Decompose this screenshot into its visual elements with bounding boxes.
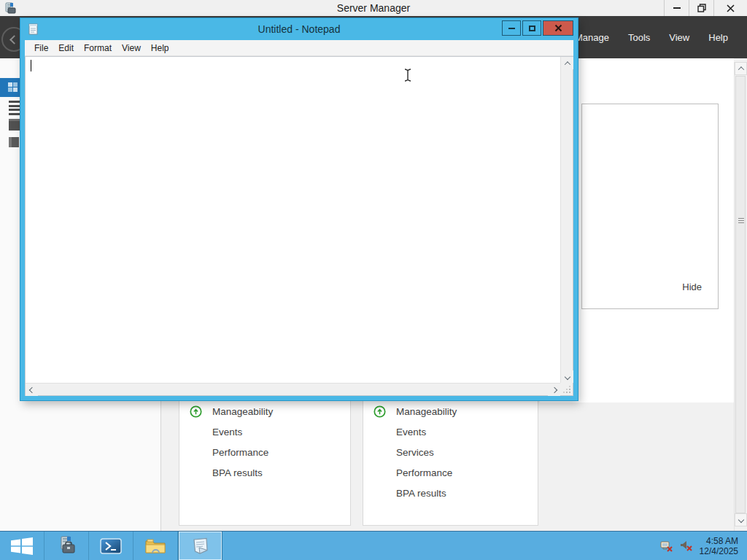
window-title: Server Manager: [0, 0, 747, 16]
hide-button[interactable]: Hide: [682, 281, 702, 292]
tile-link-performance[interactable]: Performance: [212, 447, 268, 458]
chevron-down-icon: [564, 373, 570, 379]
tile-link-manageability[interactable]: Manageability: [212, 406, 273, 417]
notepad-maximize-button[interactable]: [522, 20, 541, 36]
vertical-scrollbar[interactable]: [734, 62, 746, 531]
scroll-left-button[interactable]: [26, 384, 38, 396]
close-icon: [727, 4, 735, 12]
tile-link-manageability[interactable]: Manageability: [396, 406, 457, 417]
menu-tools[interactable]: Tools: [628, 32, 650, 43]
menu-help[interactable]: Help: [708, 32, 728, 43]
notepad-horizontal-scrollbar[interactable]: [26, 383, 560, 395]
chevron-up-icon: [564, 61, 570, 67]
scrollbar-grip-icon: [738, 218, 744, 225]
minimize-icon: [508, 28, 515, 29]
taskbar: 4:58 AM 12/4/2025: [0, 531, 747, 560]
sidebar-item-local-server-icon[interactable]: [9, 101, 20, 117]
server-manager-icon: [57, 536, 77, 556]
windows-logo-icon: [11, 537, 33, 555]
scrollbar-thumb[interactable]: [735, 76, 746, 513]
menu-view[interactable]: View: [669, 32, 689, 43]
tile-link-services[interactable]: Services: [396, 447, 434, 458]
close-button[interactable]: [713, 0, 747, 16]
clock-time: 4:58 AM: [700, 536, 738, 546]
notepad-menubar: File Edit Format View Help: [25, 40, 573, 56]
tile-link-performance[interactable]: Performance: [396, 467, 452, 478]
scroll-right-button[interactable]: [548, 384, 560, 396]
menu-help[interactable]: Help: [146, 43, 174, 53]
taskbar-file-explorer-button[interactable]: [133, 532, 178, 560]
network-disconnected-icon[interactable]: [660, 540, 673, 552]
menu-view[interactable]: View: [117, 43, 146, 53]
scroll-up-button[interactable]: [561, 57, 573, 69]
status-up-icon: [190, 405, 202, 421]
start-button[interactable]: [0, 532, 44, 560]
chevron-left-icon: [28, 386, 34, 392]
restore-button[interactable]: [689, 0, 713, 16]
notepad-window: Untitled - Notepad File Edit Format View…: [20, 18, 578, 400]
minimize-icon: [673, 7, 681, 9]
clock-date: 12/4/2025: [700, 546, 738, 556]
resize-grip-icon: [569, 392, 570, 393]
notepad-vertical-scrollbar[interactable]: [560, 57, 573, 383]
menu-format[interactable]: Format: [79, 43, 117, 53]
taskbar-notepad-button[interactable]: [178, 532, 222, 560]
chevron-down-icon: [738, 517, 743, 523]
back-arrow-icon: [9, 35, 19, 44]
tile-link-bpa-results[interactable]: BPA results: [212, 467, 263, 478]
status-up-icon: [374, 405, 386, 421]
close-icon: [554, 24, 562, 32]
taskbar-server-manager-button[interactable]: [44, 532, 89, 560]
resize-grip[interactable]: [560, 383, 573, 395]
chevron-right-icon: [551, 386, 557, 392]
chevron-up-icon: [738, 66, 743, 72]
tile-link-events[interactable]: Events: [396, 427, 426, 438]
clock[interactable]: 4:58 AM 12/4/2025: [700, 536, 738, 556]
sidebar-item-all-servers-icon[interactable]: [9, 119, 20, 131]
desktop: Server Manager Manage Tools View: [0, 0, 747, 560]
powershell-icon: [100, 537, 122, 555]
menu-manage[interactable]: Manage: [575, 32, 609, 43]
notepad-minimize-button[interactable]: [502, 20, 521, 36]
scroll-up-button[interactable]: [735, 62, 747, 75]
notepad-icon: [190, 537, 211, 556]
volume-muted-icon[interactable]: [680, 540, 693, 552]
welcome-panel: Hide: [581, 104, 719, 309]
server-manager-titlebar: Server Manager: [0, 0, 747, 16]
text-caret: [31, 60, 31, 71]
scroll-down-button[interactable]: [735, 513, 747, 526]
minimize-button[interactable]: [664, 0, 689, 16]
system-tray: 4:58 AM 12/4/2025: [660, 532, 747, 560]
server-manager-menubar: Manage Tools View Help: [575, 16, 747, 58]
maximize-icon: [529, 26, 535, 31]
notepad-close-button[interactable]: [543, 20, 573, 36]
text-cursor-icon: [403, 68, 413, 82]
scroll-down-button[interactable]: [561, 370, 573, 383]
sidebar-item-file-storage-icon[interactable]: [9, 137, 19, 147]
tile-link-events[interactable]: Events: [212, 427, 242, 438]
notepad-window-title: Untitled - Notepad: [20, 18, 578, 40]
menu-edit[interactable]: Edit: [53, 43, 79, 53]
dashboard-icon: [8, 82, 18, 93]
tile-link-bpa-results[interactable]: BPA results: [396, 488, 446, 499]
file-explorer-icon: [144, 537, 166, 555]
menu-file[interactable]: File: [29, 43, 53, 53]
notepad-titlebar[interactable]: Untitled - Notepad: [20, 18, 578, 40]
restore-icon: [697, 4, 706, 12]
notepad-text-area[interactable]: [25, 56, 573, 396]
taskbar-powershell-button[interactable]: [89, 532, 133, 560]
